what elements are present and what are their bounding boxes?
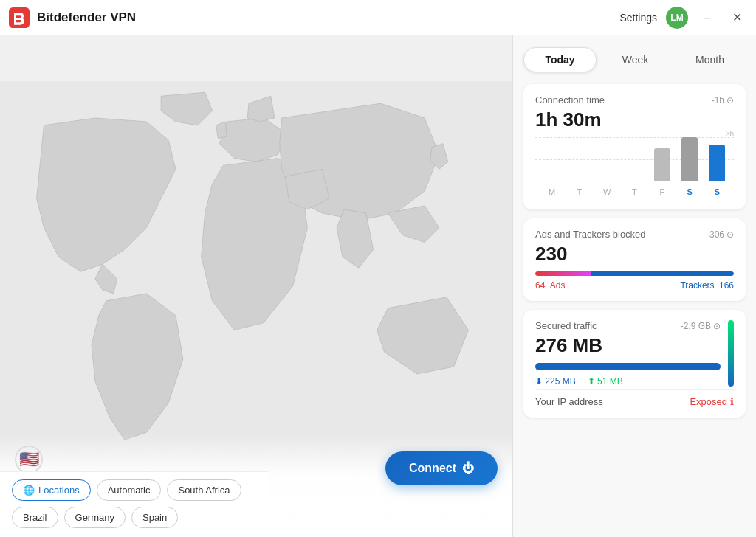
minimize-button[interactable]: – — [697, 7, 718, 28]
close-button[interactable]: ✕ — [726, 7, 747, 28]
tab-month[interactable]: Month — [674, 47, 746, 72]
trackers-bar — [591, 271, 734, 276]
secured-card-inner: Secured traffic -2.9 GB ⊙ 276 MB ⬇ 225 M… — [535, 320, 734, 387]
bar-day-1: T — [571, 187, 588, 196]
bar-rect-6 — [709, 145, 725, 181]
connection-time-card: Connection time -1h ⊙ 1h 30m 3h MTWT — [523, 84, 746, 209]
connection-time-header: Connection time -1h ⊙ — [535, 94, 734, 105]
upload-stat: ⬆ 51 MB — [588, 376, 623, 387]
title-right: Settings LM – ✕ — [619, 7, 747, 29]
tracker-progress-bar — [535, 271, 734, 276]
time-tabs: Today Week Month — [523, 47, 746, 72]
bars-row — [535, 137, 734, 181]
ads-text: Ads — [550, 280, 566, 291]
app-title: Bitdefender VPN — [37, 10, 136, 25]
power-icon: ⏻ — [462, 462, 474, 475]
tab-today[interactable]: Today — [523, 47, 597, 72]
bar-rect-4 — [654, 148, 670, 181]
location-tab-label-4: Germany — [75, 512, 114, 523]
secured-chevron-icon: ⊙ — [713, 321, 721, 331]
bar-rect-5 — [681, 137, 698, 181]
connect-button[interactable]: Connect ⏻ — [385, 451, 498, 485]
secured-side-bar — [728, 320, 734, 387]
connection-chart: 3h MTWTFSS — [535, 137, 734, 196]
location-flag: 🇺🇸 — [15, 446, 43, 474]
ip-label: Your IP address — [535, 396, 603, 407]
svg-rect-0 — [9, 7, 30, 28]
traffic-bar — [535, 363, 721, 370]
title-bar: Bitdefender VPN Settings LM – ✕ — [0, 0, 756, 35]
tab-week[interactable]: Week — [599, 47, 671, 72]
secured-value: 276 MB — [535, 334, 721, 357]
bar-day-6: S — [709, 187, 725, 196]
ip-address-row: Your IP address Exposed ℹ — [535, 389, 734, 407]
map-area: 🇺🇸 Los Angeles (United States) ⊗ Not con… — [0, 35, 512, 537]
ads-trackers-label: Ads and Trackers blocked — [535, 229, 646, 240]
location-tab-south-africa[interactable]: South Africa — [167, 479, 241, 501]
location-tab-locations[interactable]: 🌐Locations — [12, 479, 91, 501]
location-tab-label-0: Locations — [38, 485, 80, 496]
secured-header: Secured traffic -2.9 GB ⊙ — [535, 320, 721, 331]
ads-trackers-card: Ads and Trackers blocked -306 ⊙ 230 64 A… — [523, 218, 746, 301]
tracker-breakdown: 64 Ads Trackers 166 — [535, 280, 734, 291]
bar-day-3: T — [626, 187, 642, 196]
location-tab-germany[interactable]: Germany — [64, 507, 126, 528]
secured-delta: -2.9 GB ⊙ — [681, 321, 721, 331]
chevron-icon: ⊙ — [726, 95, 734, 105]
app-logo-icon — [9, 7, 30, 28]
connection-time-value: 1h 30m — [535, 108, 734, 131]
bar-day-0: M — [544, 187, 560, 196]
location-tab-automatic[interactable]: Automatic — [97, 479, 162, 501]
ads-bar — [535, 271, 591, 276]
bar-day-4: F — [654, 187, 670, 196]
ads-trackers-delta: -306 ⊙ — [707, 229, 734, 240]
bar-day-labels: MTWTFSS — [535, 187, 734, 196]
traffic-stats: ⬇ 225 MB ⬆ 51 MB — [535, 376, 721, 387]
secured-info: Secured traffic -2.9 GB ⊙ 276 MB ⬇ 225 M… — [535, 320, 721, 387]
connect-row: Connect ⏻ — [385, 451, 498, 485]
ads-chevron-icon: ⊙ — [726, 229, 734, 240]
ads-count-label: 64 Ads — [535, 280, 565, 291]
settings-link[interactable]: Settings — [619, 12, 657, 24]
bar-col-5 — [681, 137, 698, 181]
location-tab-label-5: Spain — [142, 512, 167, 523]
location-tab-label-3: Brazil — [23, 512, 47, 523]
ip-info-icon: ℹ — [730, 396, 734, 407]
title-left: Bitdefender VPN — [9, 7, 136, 28]
location-tab-label-1: Automatic — [108, 485, 151, 496]
connection-time-label: Connection time — [535, 94, 605, 105]
ads-trackers-value: 230 — [535, 243, 734, 266]
connection-time-delta: -1h ⊙ — [712, 95, 734, 105]
location-tab-spain[interactable]: Spain — [131, 507, 178, 528]
download-stat: ⬇ 225 MB — [535, 376, 576, 387]
user-avatar[interactable]: LM — [666, 7, 688, 29]
location-tabs: 🌐LocationsAutomaticSouth AfricaBrazilGer… — [0, 471, 269, 537]
location-tab-brazil[interactable]: Brazil — [12, 507, 58, 528]
bar-day-5: S — [681, 187, 698, 196]
bar-col-4 — [654, 148, 670, 181]
right-panel: Today Week Month Connection time -1h ⊙ 1… — [512, 35, 756, 537]
connect-label: Connect — [409, 462, 456, 475]
secured-label: Secured traffic — [535, 320, 597, 331]
trackers-count-label: Trackers 166 — [680, 280, 734, 291]
ip-status[interactable]: Exposed ℹ — [690, 396, 734, 407]
bar-col-6 — [709, 145, 725, 181]
bar-day-2: W — [599, 187, 615, 196]
ip-exposed-label: Exposed — [690, 396, 727, 407]
ads-trackers-header: Ads and Trackers blocked -306 ⊙ — [535, 229, 734, 240]
location-tab-icon-0: 🌐 — [23, 485, 35, 496]
location-tab-label-2: South Africa — [178, 485, 230, 496]
secured-traffic-card: Secured traffic -2.9 GB ⊙ 276 MB ⬇ 225 M… — [523, 310, 746, 418]
main-content: 🇺🇸 Los Angeles (United States) ⊗ Not con… — [0, 35, 756, 537]
